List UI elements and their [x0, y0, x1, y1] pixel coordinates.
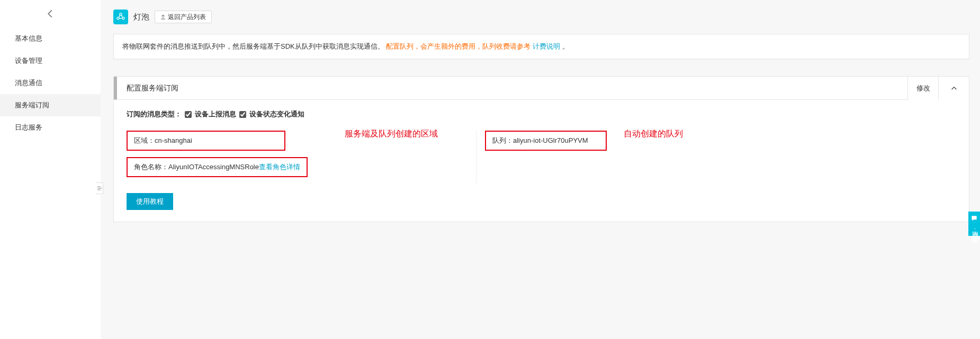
- info-left-column: 服务端及队列创建的区域 区域：cn-shanghai 角色名称：AliyunIO…: [127, 131, 476, 184]
- back-to-product-list-button[interactable]: 返回产品列表: [155, 11, 212, 23]
- region-value: cn-shanghai: [155, 136, 192, 144]
- view-role-detail-link[interactable]: 查看角色详情: [259, 163, 300, 171]
- panel-header: 配置服务端订阅 修改: [114, 77, 969, 100]
- info-banner: 将物联网套件的消息推送到队列中，然后服务端基于SDK从队列中获取消息实现通信。 …: [113, 34, 969, 59]
- pricing-link[interactable]: 计费说明: [533, 42, 560, 50]
- role-label: 角色名称：: [134, 163, 168, 171]
- banner-warning-text: 配置队列，会产生额外的费用，队列收费请参考: [386, 42, 531, 50]
- info-grid: 服务端及队列创建的区域 区域：cn-shanghai 角色名称：AliyunIO…: [127, 131, 956, 184]
- svg-point-0: [120, 13, 122, 15]
- panel-body: 订阅的消息类型： 设备上报消息 设备状态变化通知 服务端及队列创建的区域: [114, 100, 969, 222]
- back-arrow-button[interactable]: [0, 0, 101, 28]
- region-box: 区域：cn-shanghai: [127, 131, 285, 151]
- info-right-column: 自动创建的队列 队列：aliyun-iot-UGlr70uPYVM: [476, 131, 956, 184]
- chevron-left-icon: [46, 9, 55, 19]
- queue-box: 队列：aliyun-iot-UGlr70uPYVM: [485, 131, 607, 151]
- checkbox-device-report[interactable]: [185, 111, 192, 118]
- sidebar: 基本信息 设备管理 消息通信 服务端订阅 日志服务: [0, 0, 101, 339]
- role-box: 角色名称：AliyunIOTAccessingMNSRole查看角色详情: [127, 157, 308, 177]
- svg-point-2: [122, 17, 124, 19]
- panel-accent: [114, 77, 117, 99]
- sidebar-item-device-manage[interactable]: 设备管理: [0, 50, 101, 72]
- sidebar-item-log-service[interactable]: 日志服务: [0, 116, 101, 139]
- feedback-widget[interactable]: 咨询·建议: [968, 212, 980, 236]
- region-label: 区域：: [134, 136, 155, 144]
- region-annotation: 服务端及队列创建的区域: [345, 129, 438, 140]
- feedback-label: 咨询·建议: [970, 226, 979, 233]
- page-header: 灯泡 返回产品列表: [113, 10, 969, 24]
- upload-icon: [160, 14, 166, 20]
- back-to-list-label: 返回产品列表: [168, 13, 206, 22]
- sidebar-nav: 基本信息 设备管理 消息通信 服务端订阅 日志服务: [0, 28, 101, 139]
- sidebar-item-messaging[interactable]: 消息通信: [0, 72, 101, 94]
- queue-annotation: 自动创建的队列: [624, 129, 683, 140]
- checkbox-status-change[interactable]: [239, 111, 246, 118]
- svg-point-1: [117, 17, 119, 19]
- subscription-type-row: 订阅的消息类型： 设备上报消息 设备状态变化通知: [127, 109, 956, 119]
- product-icon: [113, 10, 128, 24]
- sidebar-item-server-subscribe[interactable]: 服务端订阅: [0, 94, 101, 116]
- banner-text: 将物联网套件的消息推送到队列中，然后服务端基于SDK从队列中获取消息实现通信。: [122, 42, 384, 50]
- queue-label: 队列：: [492, 136, 513, 144]
- checkbox-status-change-label: 设备状态变化通知: [249, 109, 304, 119]
- chat-icon: [970, 215, 978, 222]
- collapse-panel-button[interactable]: [938, 77, 969, 100]
- product-title: 灯泡: [133, 12, 149, 22]
- main-content: 灯泡 返回产品列表 将物联网套件的消息推送到队列中，然后服务端基于SDK从队列中…: [101, 0, 980, 339]
- config-panel: 配置服务端订阅 修改 订阅的消息类型： 设备上报消息: [113, 76, 969, 222]
- chevron-up-icon: [950, 85, 958, 92]
- tutorial-button[interactable]: 使用教程: [127, 193, 173, 210]
- panel-title: 配置服务端订阅: [127, 84, 907, 93]
- sidebar-item-basic-info[interactable]: 基本信息: [0, 28, 101, 50]
- network-icon: [115, 12, 126, 22]
- modify-button[interactable]: 修改: [907, 77, 938, 100]
- banner-suffix: 。: [562, 42, 569, 50]
- subscription-type-label: 订阅的消息类型：: [127, 109, 182, 119]
- role-value: AliyunIOTAccessingMNSRole: [168, 163, 259, 171]
- panel-actions: 修改: [907, 77, 969, 100]
- queue-value: aliyun-iot-UGlr70uPYVM: [513, 136, 588, 144]
- checkbox-device-report-label: 设备上报消息: [195, 109, 236, 119]
